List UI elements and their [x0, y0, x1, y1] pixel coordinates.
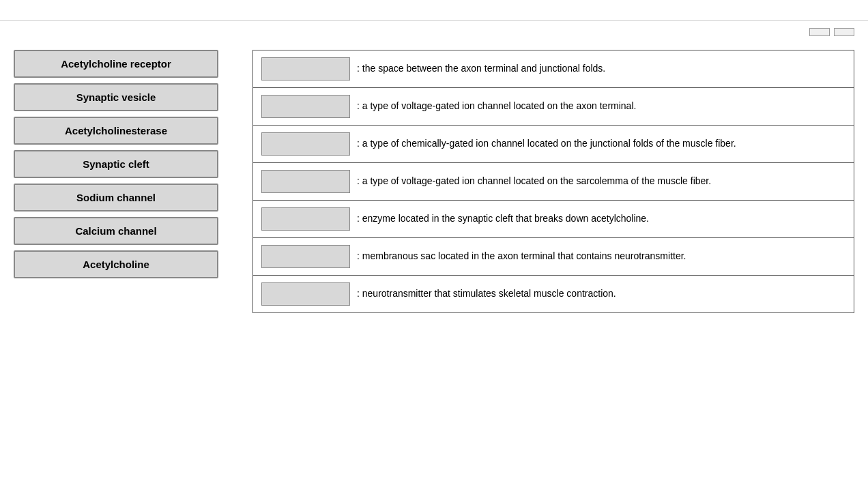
definition-text-def-5: : enzyme located in the synaptic cleft t… — [357, 207, 845, 226]
answer-box-def-2[interactable] — [261, 95, 350, 118]
definitions-column: : the space between the axon terminal an… — [252, 50, 854, 313]
definition-text-def-6: : membranous sac located in the axon ter… — [357, 245, 845, 263]
term-button-acetylcholine-receptor[interactable]: Acetylcholine receptor — [14, 50, 218, 78]
terms-column: Acetylcholine receptorSynaptic vesicleAc… — [14, 50, 232, 313]
definition-row-def-3: : a type of chemically-gated ion channel… — [252, 125, 854, 162]
reset-button[interactable] — [809, 28, 830, 36]
definition-text-def-1: : the space between the axon terminal an… — [357, 57, 845, 76]
term-button-synaptic-cleft[interactable]: Synaptic cleft — [14, 150, 218, 178]
definition-text-def-2: : a type of voltage-gated ion channel lo… — [357, 95, 845, 113]
definition-row-def-5: : enzyme located in the synaptic cleft t… — [252, 200, 854, 237]
definition-text-def-3: : a type of chemically-gated ion channel… — [357, 132, 845, 151]
hint-button[interactable] — [834, 28, 854, 36]
term-button-acetylcholine[interactable]: Acetylcholine — [14, 250, 218, 278]
answer-box-def-6[interactable] — [261, 245, 350, 268]
answer-box-def-7[interactable] — [261, 282, 350, 306]
definition-row-def-6: : membranous sac located in the axon ter… — [252, 237, 854, 275]
answer-box-def-1[interactable] — [261, 57, 350, 81]
term-button-acetylcholinesterase[interactable]: Acetylcholinesterase — [14, 117, 218, 145]
definition-text-def-7: : neurotransmitter that stimulates skele… — [357, 282, 845, 301]
definition-row-def-2: : a type of voltage-gated ion channel lo… — [252, 87, 854, 125]
definition-row-def-4: : a type of voltage-gated ion channel lo… — [252, 162, 854, 200]
term-button-calcium-channel[interactable]: Calcium channel — [14, 217, 218, 245]
term-button-sodium-channel[interactable]: Sodium channel — [14, 184, 218, 211]
definition-row-def-1: : the space between the axon terminal an… — [252, 50, 854, 87]
term-button-synaptic-vesicle[interactable]: Synaptic vesicle — [14, 83, 218, 111]
definition-text-def-4: : a type of voltage-gated ion channel lo… — [357, 170, 845, 188]
answer-box-def-3[interactable] — [261, 132, 350, 156]
definition-row-def-7: : neurotransmitter that stimulates skele… — [252, 275, 854, 313]
answer-box-def-5[interactable] — [261, 207, 350, 231]
answer-box-def-4[interactable] — [261, 170, 350, 193]
